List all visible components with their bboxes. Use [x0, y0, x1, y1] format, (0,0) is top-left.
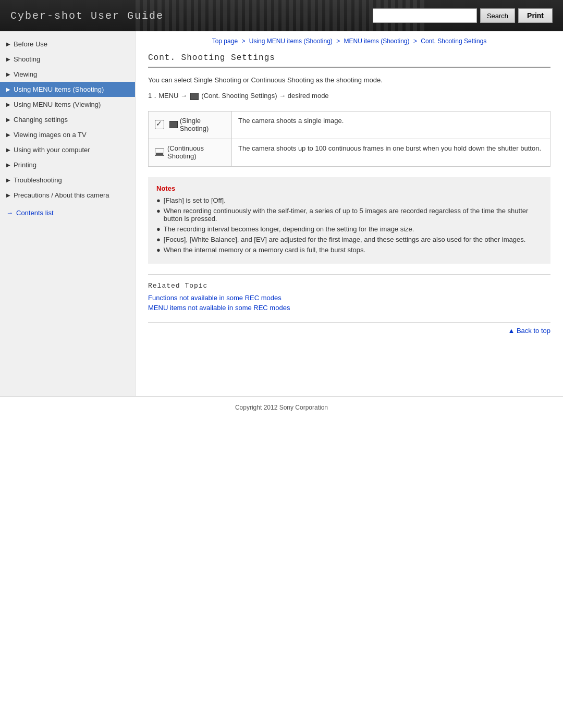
menu-icon [190, 93, 199, 100]
page-title: Cont. Shooting Settings [148, 53, 550, 68]
breadcrumb-item-2[interactable]: MENU items (Shooting) [344, 38, 410, 45]
breadcrumb-item-3[interactable]: Cont. Shooting Settings [421, 38, 486, 45]
sidebar-item-1[interactable]: Shooting [0, 52, 135, 67]
sidebar-label: Precautions / About this camera [14, 191, 109, 199]
footer: Copyright 2012 Sony Corporation [0, 396, 563, 418]
notes-title: Notes [156, 184, 542, 192]
note-text: [Flash] is set to [Off]. [164, 196, 226, 204]
sidebar-label: Troubleshooting [14, 176, 62, 184]
sidebar-item-6[interactable]: Viewing images on a TV [0, 127, 135, 142]
note-bullet: ● [156, 236, 161, 243]
sidebar-label: Viewing [14, 70, 37, 78]
sidebar-item-4[interactable]: Using MENU items (Viewing) [0, 97, 135, 112]
related-link-0[interactable]: Functions not available in some REC mode… [148, 294, 550, 302]
note-bullet: ● [156, 196, 161, 204]
note-item-1: ●When recording continuously with the se… [156, 207, 542, 223]
mode-cell-1: (ContinuousShooting) [149, 139, 232, 167]
sidebar-label: Using with your computer [14, 146, 90, 154]
related-links: Functions not available in some REC mode… [148, 294, 550, 312]
breadcrumb-item-1[interactable]: Using MENU items (Shooting) [249, 38, 333, 45]
note-text: The recording interval becomes longer, d… [164, 225, 414, 233]
back-to-top-row: Back to top [148, 322, 550, 335]
sidebar-item-8[interactable]: Printing [0, 157, 135, 172]
cont-icon [155, 149, 164, 156]
contents-list-label: Contents list [16, 209, 54, 217]
sidebar-label: Viewing images on a TV [14, 131, 87, 139]
main-content: Top page > Using MENU items (Shooting) >… [136, 31, 563, 396]
sidebar-arrow [6, 132, 10, 138]
sidebar-label: Shooting [14, 55, 40, 63]
sidebar-arrow [6, 102, 10, 107]
notes-list: ●[Flash] is set to [Off].●When recording… [156, 196, 542, 254]
mode-label: (SingleShooting) [180, 117, 209, 132]
check-icon [155, 120, 164, 129]
related-section: Related Topic Functions not available in… [148, 274, 550, 312]
sidebar-arrow [6, 56, 10, 62]
desc-cell-0: The camera shoots a single image. [232, 112, 550, 139]
search-button[interactable]: Search [480, 8, 515, 23]
table-row: (SingleShooting)The camera shoots a sing… [149, 112, 550, 139]
mode-cell-0: (SingleShooting) [149, 112, 232, 139]
desc-cell-1: The camera shoots up to 100 continuous f… [232, 139, 550, 167]
sidebar-arrow [6, 147, 10, 153]
sidebar-item-5[interactable]: Changing settings [0, 112, 135, 127]
sidebar-label: Before Use [14, 40, 47, 48]
sidebar-item-0[interactable]: Before Use [0, 36, 135, 52]
breadcrumb-sep: > [412, 38, 419, 45]
table-row: (ContinuousShooting)The camera shoots up… [149, 139, 550, 167]
notes-box: Notes ●[Flash] is set to [Off].●When rec… [148, 177, 550, 264]
search-input[interactable] [373, 8, 477, 23]
breadcrumb-sep: > [240, 38, 247, 45]
related-link-1[interactable]: MENU items not available in some REC mod… [148, 304, 550, 312]
back-to-top-link[interactable]: Back to top [508, 327, 550, 335]
header-controls: Search Print [373, 8, 553, 23]
note-bullet: ● [156, 225, 161, 233]
note-bullet: ● [156, 207, 161, 215]
note-item-4: ●When the internal memory or a memory ca… [156, 246, 542, 254]
sidebar-arrow [6, 192, 10, 198]
note-item-0: ●[Flash] is set to [Off]. [156, 196, 542, 204]
single-icon [169, 121, 178, 128]
note-item-2: ●The recording interval becomes longer, … [156, 225, 542, 233]
mode-label: (ContinuousShooting) [167, 144, 204, 160]
sidebar-label: Printing [14, 161, 36, 169]
sidebar-item-9[interactable]: Troubleshooting [0, 172, 135, 188]
note-text: When the internal memory or a memory car… [164, 246, 365, 254]
sidebar-arrow [6, 162, 10, 168]
note-item-3: ●[Focus], [White Balance], and [EV] are … [156, 236, 542, 243]
contents-list-link[interactable]: Contents list [0, 205, 135, 221]
shooting-table: (SingleShooting)The camera shoots a sing… [148, 111, 550, 167]
sidebar-arrow [6, 117, 10, 122]
note-bullet: ● [156, 246, 161, 254]
sidebar-arrow [6, 87, 10, 92]
sidebar-label: Using MENU items (Viewing) [14, 101, 101, 108]
print-button[interactable]: Print [518, 8, 553, 23]
breadcrumb: Top page > Using MENU items (Shooting) >… [148, 38, 550, 45]
sidebar-arrow [6, 177, 10, 183]
sidebar-label: Changing settings [14, 116, 68, 124]
page-layout: Before UseShootingViewingUsing MENU item… [0, 31, 563, 396]
copyright-text: Copyright 2012 Sony Corporation [235, 404, 328, 411]
breadcrumb-sep: > [335, 38, 342, 45]
sidebar-item-3[interactable]: Using MENU items (Shooting) [0, 82, 135, 97]
breadcrumb-item-0[interactable]: Top page [212, 38, 238, 45]
intro-text: You can select Single Shooting or Contin… [148, 76, 550, 84]
sidebar-arrow [6, 41, 10, 47]
sidebar-item-7[interactable]: Using with your computer [0, 142, 135, 157]
related-title: Related Topic [148, 282, 550, 290]
sidebar-item-2[interactable]: Viewing [0, 67, 135, 82]
note-text: When recording continuously with the sel… [164, 207, 542, 223]
sidebar-arrow [6, 71, 10, 77]
sidebar-item-10[interactable]: Precautions / About this camera [0, 188, 135, 203]
sidebar-label: Using MENU items (Shooting) [14, 85, 104, 93]
note-text: [Focus], [White Balance], and [EV] are a… [164, 236, 525, 243]
menu-instruction: 1．MENU → (Cont. Shooting Settings) → des… [148, 91, 550, 101]
sidebar: Before UseShootingViewingUsing MENU item… [0, 31, 136, 396]
sidebar-nav: Before UseShootingViewingUsing MENU item… [0, 36, 135, 203]
header: Cyber-shot User Guide for(let i=0;i<60;i… [0, 0, 563, 31]
